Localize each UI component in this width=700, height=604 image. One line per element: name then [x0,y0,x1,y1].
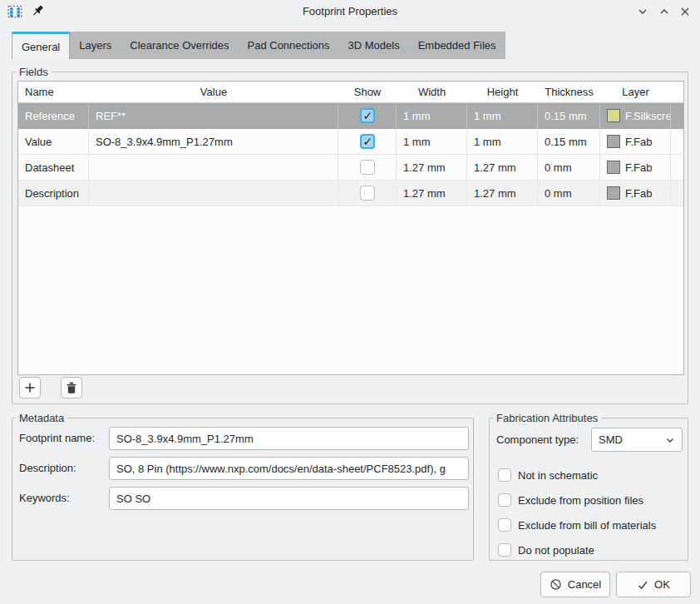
checkbox-label: Not in schematic [518,469,598,482]
checkbox-do-not-populate[interactable]: Do not populate [498,543,594,557]
tab-label: Layers [79,39,111,52]
show-checkbox[interactable] [360,108,375,123]
tab-label: Embedded Files [418,39,496,52]
description-label: Description: [19,457,76,480]
cell-layer[interactable]: F.Fab [600,181,671,206]
cell-height[interactable]: 1 mm [467,103,538,129]
cell-name[interactable]: Datasheet [18,155,89,181]
cell-layer[interactable]: F.Silkscreen [600,103,671,129]
cancel-button-label: Cancel [568,578,601,591]
tab-embedded-files[interactable]: Embedded Files [409,32,505,59]
cell-name[interactable]: Description [18,181,89,206]
checkbox-box[interactable] [498,518,511,532]
tab-clearance-overrides[interactable]: Clearance Overrides [121,32,238,59]
description-input[interactable] [109,457,469,480]
checkbox-not-in-schematic[interactable]: Not in schematic [498,468,598,482]
tab-3d-models[interactable]: 3D Models [339,32,409,59]
cell-name[interactable]: Reference [18,103,89,129]
checkbox-label: Exclude from bill of materials [518,519,656,532]
cancel-icon [550,578,562,591]
cell-layer[interactable]: F.Fab [600,155,671,181]
ok-button-label: OK [654,578,670,591]
tab-label: General [22,41,60,53]
col-header-layer[interactable]: Layer [600,82,671,102]
titlebar: Footprint Properties [0,0,700,23]
cell-thickness[interactable]: 0.15 mm [538,129,600,155]
col-header-width[interactable]: Width [397,82,467,102]
maximize-button[interactable] [657,4,672,19]
col-header-show[interactable]: Show [338,82,397,102]
footprint-name-label: Footprint name: [19,427,95,450]
show-checkbox[interactable] [360,160,375,175]
layer-color-swatch [607,161,620,174]
cell-value[interactable] [89,155,338,181]
chevron-down-icon [665,435,675,445]
layer-color-swatch [607,135,620,148]
col-header-height[interactable]: Height [467,82,538,102]
tab-label: 3D Models [348,39,400,52]
table-row-datasheet[interactable]: Datasheet 1.27 mm 1.27 mm 0 mm F.Fab [18,155,683,181]
fabrication-attributes-group: Fabrication Attributes Component type: S… [489,418,688,561]
col-header-name[interactable]: Name [18,82,89,102]
checkbox-exclude-position-files[interactable]: Exclude from position files [498,493,643,507]
cell-height[interactable]: 1 mm [467,129,538,155]
table-row-reference[interactable]: Reference REF** 1 mm 1 mm 0.15 mm F.Silk… [18,103,683,129]
tab-general[interactable]: General [12,32,70,59]
delete-field-button[interactable] [61,377,82,399]
layer-color-swatch [607,109,620,122]
tab-bar: General Layers Clearance Overrides Pad C… [12,32,505,59]
layer-name: F.Silkscreen [625,110,671,122]
cell-width[interactable]: 1.27 mm [397,155,467,181]
keywords-label: Keywords: [19,487,70,510]
tab-pad-connections[interactable]: Pad Connections [239,32,339,59]
keywords-input[interactable] [109,487,469,510]
minimize-button[interactable] [635,4,650,19]
cell-layer[interactable]: F.Fab [600,129,671,155]
cancel-button[interactable]: Cancel [540,572,610,597]
show-checkbox[interactable] [360,186,375,201]
fields-group-label: Fields [16,66,52,78]
cell-width[interactable]: 1 mm [397,103,467,129]
cell-value[interactable]: SO-8_3.9x4.9mm_P1.27mm [89,129,338,155]
col-header-value[interactable]: Value [89,82,338,102]
window-title: Footprint Properties [0,0,700,23]
table-row-description[interactable]: Description 1.27 mm 1.27 mm 0 mm F.Fab [18,181,683,206]
footprint-name-input[interactable] [109,427,469,450]
component-type-label: Component type: [496,428,579,452]
layer-name: F.Fab [625,187,653,200]
checkbox-box[interactable] [498,493,511,507]
cell-value[interactable]: REF** [89,103,338,129]
cell-height[interactable]: 1.27 mm [467,155,538,181]
cell-thickness[interactable]: 0 mm [538,181,600,206]
tab-label: Pad Connections [248,39,330,52]
check-icon [637,579,648,591]
cell-width[interactable]: 1.27 mm [397,181,467,206]
metadata-group-label: Metadata [16,412,67,424]
checkbox-label: Exclude from position files [518,494,643,507]
metadata-group: Metadata Footprint name: Description: Ke… [12,418,474,561]
show-checkbox[interactable] [360,134,375,149]
close-button[interactable] [678,4,693,19]
fields-table: Name Value Show Width Height Thickness L… [17,81,684,375]
tab-label: Clearance Overrides [130,39,229,52]
ok-button[interactable]: OK [616,572,691,597]
cell-height[interactable]: 1.27 mm [467,181,538,206]
checkbox-label: Do not populate [518,544,594,557]
table-header: Name Value Show Width Height Thickness L… [18,82,683,103]
cell-width[interactable]: 1 mm [397,129,467,155]
component-type-value: SMD [599,433,623,446]
col-header-thickness[interactable]: Thickness [538,82,600,102]
checkbox-exclude-bom[interactable]: Exclude from bill of materials [498,518,656,532]
table-row-value[interactable]: Value SO-8_3.9x4.9mm_P1.27mm 1 mm 1 mm 0… [18,129,683,155]
cell-value[interactable] [89,181,338,206]
layer-color-swatch [607,186,620,200]
checkbox-box[interactable] [498,468,511,482]
component-type-select[interactable]: SMD [591,428,683,452]
cell-thickness[interactable]: 0.15 mm [538,103,600,129]
layer-name: F.Fab [625,161,653,174]
checkbox-box[interactable] [498,543,511,557]
cell-thickness[interactable]: 0 mm [538,155,600,181]
add-field-button[interactable] [19,377,41,399]
cell-name[interactable]: Value [18,129,89,155]
tab-layers[interactable]: Layers [70,32,121,59]
